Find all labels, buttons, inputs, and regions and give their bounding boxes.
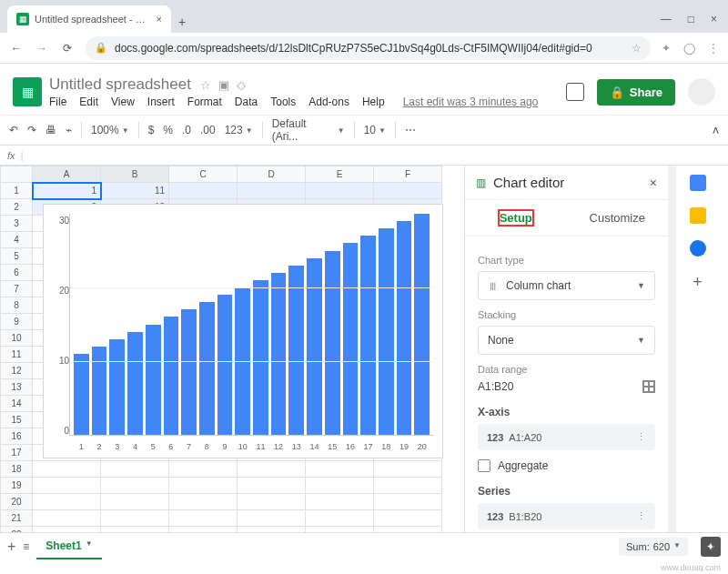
show-side-panel-icon[interactable]: ›: [711, 539, 715, 554]
dec-increase-icon[interactable]: .00: [200, 124, 216, 136]
chart-type-label: Chart type: [478, 255, 655, 266]
share-button[interactable]: 🔒 Share: [597, 79, 675, 106]
chart-bar: [127, 332, 143, 435]
menu-bar: File Edit View Insert Format Data Tools …: [49, 96, 538, 108]
col-header-d[interactable]: D: [238, 166, 306, 183]
chart-x-axis: 1234567891011121314151617181920: [70, 442, 433, 451]
more-icon[interactable]: ⋮: [636, 510, 646, 522]
back-icon[interactable]: ←: [9, 42, 24, 55]
close-window-icon[interactable]: ×: [711, 13, 717, 25]
select-range-icon[interactable]: [642, 380, 655, 393]
spreadsheet-grid[interactable]: A B C D E F 1111 2212 3 4 5 6 7 8 9 10 1…: [0, 166, 464, 553]
quicksum-display[interactable]: Sum:620▼: [619, 538, 688, 556]
redo-icon[interactable]: ↷: [27, 124, 36, 136]
checkbox-icon[interactable]: [478, 459, 490, 472]
percent-icon[interactable]: %: [163, 124, 173, 136]
series-chip[interactable]: 123 B1:B20 ⋮: [478, 503, 655, 529]
sheet-tabs-bar: + ≡ Sheet1▼ Sum:620▼ ✦: [0, 532, 728, 559]
chart-bar: [92, 347, 107, 435]
chart-editor-sidebar: ▥ Chart editor × Setup Customize Chart t…: [464, 166, 668, 553]
cell[interactable]: 1: [33, 183, 101, 199]
all-sheets-icon[interactable]: ≡: [23, 540, 29, 553]
tasks-icon[interactable]: [690, 240, 706, 257]
browser-tab[interactable]: ▦ Untitled spreadsheet - Google S ×: [7, 5, 171, 33]
fontsize-dropdown[interactable]: 10▼: [364, 124, 386, 136]
window-controls: — □ ×: [661, 13, 721, 33]
stacking-select[interactable]: None ▼: [478, 326, 655, 355]
col-header-c[interactable]: C: [169, 166, 238, 183]
col-header-e[interactable]: E: [306, 166, 374, 183]
address-bar: ← → ⟳ 🔒 docs.google.com/spreadsheets/d/1…: [0, 33, 728, 64]
star-doc-icon[interactable]: ☆: [200, 78, 211, 92]
app-header: ▦ Untitled spreadsheet ☆ ▣ ◇ File Edit V…: [0, 64, 728, 115]
row-header[interactable]: 1: [1, 183, 33, 199]
profile-icon[interactable]: ◯: [683, 42, 695, 55]
embedded-chart[interactable]: 30 20 10 0 12345678910111213141516171819…: [43, 204, 443, 458]
maximize-icon[interactable]: □: [688, 13, 694, 25]
extensions-icon[interactable]: ✦: [662, 42, 671, 55]
menu-view[interactable]: View: [111, 96, 135, 108]
xaxis-chip[interactable]: 123 A1:A20 ⋮: [478, 424, 655, 450]
menu-insert[interactable]: Insert: [147, 96, 175, 108]
aggregate-checkbox[interactable]: Aggregate: [478, 459, 655, 472]
sheet-tab[interactable]: Sheet1▼: [36, 534, 101, 559]
zoom-dropdown[interactable]: 100%▼: [91, 124, 129, 136]
more-icon[interactable]: ⋮: [636, 431, 646, 443]
chart-bar: [379, 228, 394, 435]
add-addon-icon[interactable]: +: [693, 273, 703, 292]
comments-icon[interactable]: [566, 83, 584, 101]
sheets-favicon: ▦: [16, 13, 29, 25]
menu-icon[interactable]: ⋮: [708, 42, 719, 55]
account-avatar[interactable]: [688, 78, 715, 106]
formula-bar[interactable]: fx |: [0, 146, 728, 166]
row-header[interactable]: 2: [1, 199, 33, 216]
dec-decrease-icon[interactable]: .0: [182, 124, 191, 136]
chart-bar: [164, 317, 179, 435]
col-header-a[interactable]: A: [33, 166, 101, 183]
last-edit-info[interactable]: Last edit was 3 minutes ago: [403, 96, 539, 108]
data-range-value[interactable]: A1:B20: [478, 380, 513, 393]
col-header-f[interactable]: F: [374, 166, 442, 183]
number-format-dropdown[interactable]: 123▼: [225, 124, 253, 136]
close-tab-icon[interactable]: ×: [157, 14, 162, 25]
calendar-icon[interactable]: [690, 175, 706, 191]
font-dropdown[interactable]: Default (Ari...▼: [272, 117, 345, 143]
menu-help[interactable]: Help: [362, 96, 385, 108]
menu-edit[interactable]: Edit: [79, 96, 98, 108]
document-title[interactable]: Untitled spreadsheet: [49, 76, 191, 94]
url-input[interactable]: 🔒 docs.google.com/spreadsheets/d/12lsDlt…: [86, 36, 651, 60]
chart-bar: [253, 280, 268, 435]
col-header-b[interactable]: B: [101, 166, 169, 183]
star-icon[interactable]: ☆: [632, 42, 642, 55]
new-tab-button[interactable]: +: [171, 15, 193, 33]
menu-format[interactable]: Format: [187, 96, 222, 108]
cell[interactable]: 11: [101, 183, 169, 199]
editor-scrollbar[interactable]: [668, 166, 675, 553]
tab-customize[interactable]: Customize: [567, 200, 669, 236]
print-icon[interactable]: 🖶: [46, 124, 56, 136]
sheets-logo[interactable]: ▦: [13, 77, 42, 106]
paint-format-icon[interactable]: ⌁: [66, 124, 72, 136]
menu-tools[interactable]: Tools: [270, 96, 296, 108]
undo-icon[interactable]: ↶: [9, 124, 18, 136]
keep-icon[interactable]: [690, 207, 706, 224]
minimize-icon[interactable]: —: [661, 13, 672, 25]
tab-setup[interactable]: Setup: [465, 200, 567, 236]
add-sheet-icon[interactable]: +: [7, 539, 15, 555]
menu-data[interactable]: Data: [235, 96, 258, 108]
watermark: www.deuaq.com: [661, 563, 721, 572]
chart-bar: [360, 236, 376, 435]
xaxis-label: X-axis: [478, 406, 655, 418]
more-toolbar-icon[interactable]: ⋯: [405, 124, 416, 136]
chart-bar: [343, 243, 359, 435]
currency-icon[interactable]: $: [148, 124, 155, 136]
collapse-toolbar-icon[interactable]: ʌ: [713, 124, 719, 136]
menu-addons[interactable]: Add-ons: [308, 96, 349, 108]
forward-icon[interactable]: →: [35, 42, 49, 55]
cloud-icon[interactable]: ◇: [237, 78, 246, 92]
menu-file[interactable]: File: [49, 96, 66, 108]
close-editor-icon[interactable]: ×: [650, 176, 657, 190]
move-icon[interactable]: ▣: [218, 78, 229, 92]
chart-type-select[interactable]: ⫼ Column chart ▼: [478, 271, 655, 300]
reload-icon[interactable]: ⟳: [60, 42, 75, 55]
